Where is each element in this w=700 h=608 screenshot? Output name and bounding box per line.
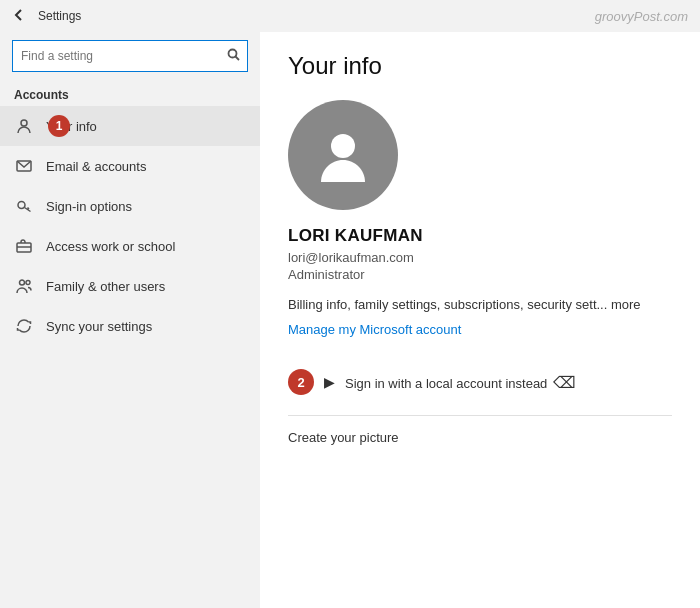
sidebar-item-sync[interactable]: Sync your settings	[0, 306, 260, 346]
cursor-icon: ⌫	[553, 373, 576, 392]
sidebar-item-work-school[interactable]: Access work or school	[0, 226, 260, 266]
create-picture-label: Create your picture	[288, 430, 672, 445]
briefcase-icon	[14, 236, 34, 256]
accounts-section-label: Accounts	[0, 80, 260, 106]
sidebar-item-label-sync: Sync your settings	[46, 319, 152, 334]
sidebar-item-your-info[interactable]: Your info 1	[0, 106, 260, 146]
sidebar-item-label-signin: Sign-in options	[46, 199, 132, 214]
user-name: LORI KAUFMAN	[288, 226, 672, 246]
sign-in-section: 2 ▶ Sign in with a local account instead…	[288, 369, 672, 395]
email-icon	[14, 156, 34, 176]
watermark: groovyPost.com	[595, 9, 688, 24]
sidebar-item-email-accounts[interactable]: Email & accounts	[0, 146, 260, 186]
svg-line-1	[236, 57, 240, 61]
svg-point-9	[331, 134, 355, 158]
billing-text: Billing info, family settings, subscript…	[288, 296, 668, 314]
family-icon	[14, 276, 34, 296]
svg-point-0	[229, 50, 237, 58]
sidebar-item-label-family: Family & other users	[46, 279, 165, 294]
svg-point-7	[20, 280, 25, 285]
svg-point-8	[26, 281, 30, 285]
user-role: Administrator	[288, 267, 672, 282]
manage-account-link[interactable]: Manage my Microsoft account	[288, 322, 461, 337]
sidebar-item-sign-in[interactable]: Sign-in options	[0, 186, 260, 226]
sidebar-item-label-email: Email & accounts	[46, 159, 146, 174]
svg-point-2	[21, 120, 27, 126]
arrow-icon: ▶	[324, 374, 335, 390]
key-icon	[14, 196, 34, 216]
page-title: Your info	[288, 52, 672, 80]
main-container: Accounts Your info 1 Email & accounts	[0, 32, 700, 608]
user-email: lori@lorikaufman.com	[288, 250, 672, 265]
search-container	[12, 40, 248, 72]
sidebar-item-family[interactable]: Family & other users	[0, 266, 260, 306]
search-icon	[227, 48, 240, 64]
search-input[interactable]	[12, 40, 248, 72]
sign-in-local-link[interactable]: Sign in with a local account instead ⌫	[345, 373, 576, 392]
svg-point-4	[18, 202, 25, 209]
back-button[interactable]	[12, 8, 26, 25]
badge-2: 2	[288, 369, 314, 395]
create-picture-section: Create your picture	[288, 415, 672, 445]
badge-1: 1	[48, 115, 70, 137]
person-icon	[14, 116, 34, 136]
window-title: Settings	[38, 9, 81, 23]
content-area: Your info LORI KAUFMAN lori@lorikaufman.…	[260, 32, 700, 608]
sidebar: Accounts Your info 1 Email & accounts	[0, 32, 260, 608]
sync-icon	[14, 316, 34, 336]
sidebar-item-label-work: Access work or school	[46, 239, 175, 254]
title-bar: Settings groovyPost.com	[0, 0, 700, 32]
avatar-icon	[312, 124, 374, 186]
avatar	[288, 100, 398, 210]
